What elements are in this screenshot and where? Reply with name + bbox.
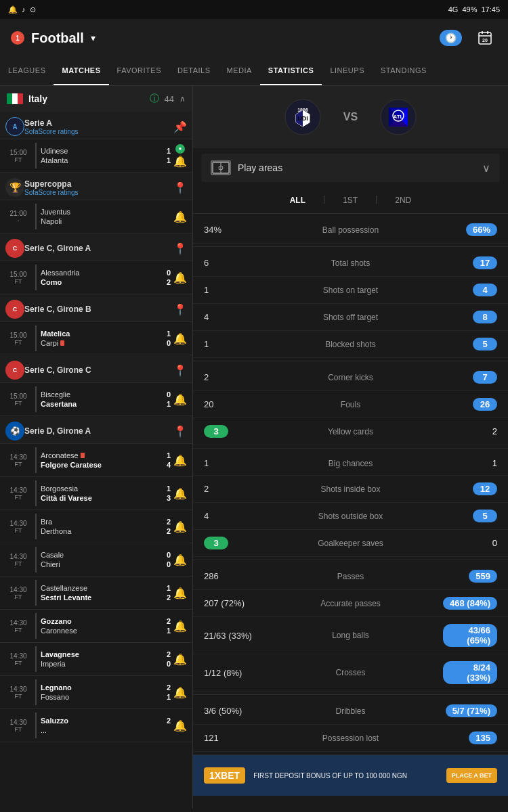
- match-teams: Casale 0 Chieri 0: [41, 550, 171, 569]
- bell-icon[interactable]: 🔔: [173, 332, 187, 345]
- table-row[interactable]: 14:30 FT Borgosesia 1 Città di Varese 3 …: [0, 477, 192, 510]
- stat-label: Shots outside box: [258, 512, 443, 521]
- table-row[interactable]: 14:30 FT Bra 2 Derthona 2 🔔: [0, 510, 192, 543]
- stat-label: Corner kicks: [258, 373, 443, 382]
- list-item: 3 Yellow cards 2: [193, 418, 508, 445]
- ad-cta[interactable]: PLACE A BET: [446, 768, 497, 783]
- list-item: 1 Blocked shots 5: [193, 331, 508, 358]
- match-team-1: Saluzzo 2: [41, 716, 171, 725]
- play-areas-row[interactable]: Play areas ∨: [201, 154, 500, 182]
- serie-c-c-info: Serie C, Girone C: [24, 365, 173, 375]
- bell-icon[interactable]: 🔔: [173, 686, 187, 699]
- stat-left-value: 1: [204, 285, 258, 295]
- match-time-col: 14:30 FT: [5, 487, 31, 501]
- table-row[interactable]: 14:30 FT Legnano 2 Fossano 1 🔔: [0, 676, 192, 709]
- bell-icon[interactable]: 🔔: [173, 210, 187, 223]
- table-row[interactable]: 15:00 FT Alessandria 0 Como 2 🔔: [0, 261, 192, 294]
- unpin-icon-3[interactable]: 📍: [173, 303, 187, 316]
- stat-badge: 8: [473, 311, 497, 323]
- chevron-down-icon[interactable]: ∨: [482, 162, 490, 175]
- unpin-icon[interactable]: 📍: [173, 181, 187, 194]
- tab-lineups[interactable]: LINEUPS: [322, 57, 373, 85]
- bell-icon[interactable]: 🔔: [173, 487, 187, 500]
- match-team-2: ...: [41, 725, 171, 735]
- match-divider: [35, 480, 37, 506]
- team-name: Imperia: [41, 660, 66, 668]
- table-row[interactable]: 15:00 FT Matelica 1 Carpi 0 🔔: [0, 322, 192, 355]
- table-row[interactable]: 15:00 FT Udinese 1 Atalanta 1 ● 🔔: [0, 139, 192, 173]
- match-divider: [35, 514, 37, 539]
- table-row[interactable]: 14:30 FT Castellanzese 1 Sestri Levante …: [0, 577, 192, 610]
- unpin-icon-2[interactable]: 📍: [173, 242, 187, 255]
- match-time-col: 14:30 FT: [5, 685, 31, 700]
- bell-icon[interactable]: 🔔: [173, 587, 187, 600]
- period-tab-2nd[interactable]: 2ND: [391, 194, 415, 206]
- bell-icon[interactable]: 🔔: [173, 620, 187, 633]
- team-name: Bra: [41, 518, 52, 526]
- bell-icon[interactable]: 🔔: [173, 520, 187, 533]
- table-row[interactable]: 14:30 FT Saluzzo 2 ... 🔔: [0, 709, 192, 742]
- bell-icon[interactable]: 🔔: [173, 393, 187, 406]
- red-card-icon: [60, 340, 64, 346]
- country-chevron[interactable]: ∧: [179, 94, 186, 104]
- notification-badge[interactable]: 1: [11, 31, 24, 45]
- list-item: 3 Goalkeeper saves 0: [193, 530, 508, 557]
- match-actions: 🔔: [173, 686, 187, 699]
- table-row[interactable]: 14:30 FT Arconatese 1 Folgore Caratese 4…: [0, 444, 192, 477]
- stat-badge: 5: [473, 338, 497, 351]
- bell-icon[interactable]: 🔔: [173, 155, 187, 168]
- calendar-icon[interactable]: 20: [473, 26, 497, 50]
- match-team-1: Alessandria 0: [41, 268, 171, 277]
- stat-value: 1/12 (8%): [204, 668, 242, 678]
- match-team-2: Sestri Levante 2: [41, 593, 171, 602]
- matches-column: Italy ⓘ 44 ∧ A Serie A SofaScore ratings…: [0, 86, 193, 809]
- match-team-2: Chieri 0: [41, 560, 171, 569]
- match-time: 14:30: [5, 553, 31, 560]
- field-icon: [211, 160, 231, 175]
- match-team-2: Como 2: [41, 277, 171, 287]
- team-name: Legnano: [41, 683, 72, 692]
- match-team-2: Caronnese 1: [41, 626, 171, 635]
- tab-matches[interactable]: MATCHES: [54, 57, 108, 85]
- bell-icon[interactable]: 🔔: [173, 554, 187, 566]
- dropdown-arrow[interactable]: ▾: [91, 32, 96, 43]
- tab-statistics[interactable]: STATISTICS: [260, 57, 322, 85]
- period-tab-1st[interactable]: 1ST: [339, 194, 362, 206]
- tab-favorites[interactable]: FAVORITES: [109, 57, 169, 85]
- vs-text: VS: [343, 111, 358, 123]
- clock-icon[interactable]: 🕐: [440, 30, 462, 46]
- match-teams: Matelica 1 Carpi 0: [41, 329, 171, 348]
- team-score: 1: [164, 451, 171, 459]
- match-time: 14:30: [5, 586, 31, 593]
- match-teams: Bisceglie 0 Casertana 1: [41, 390, 171, 409]
- stat-badge: 66%: [466, 223, 497, 236]
- table-row[interactable]: 15:00 FT Bisceglie 0 Casertana 1 🔔: [0, 383, 192, 416]
- bell-icon[interactable]: 🔔: [173, 454, 187, 467]
- tab-details[interactable]: DETAILS: [169, 57, 219, 85]
- unpin-icon-5[interactable]: 📍: [173, 425, 187, 438]
- tab-media[interactable]: MEDIA: [219, 57, 260, 85]
- table-row[interactable]: 14:30 FT Gozzano 2 Caronnese 1 🔔: [0, 610, 192, 643]
- stat-left-value: 1/12 (8%): [204, 668, 258, 678]
- team-name: Città di Varese: [41, 494, 92, 502]
- team-score: 1: [164, 330, 171, 338]
- team-name: ...: [41, 726, 47, 734]
- team-name: Como: [41, 278, 62, 286]
- bell-icon[interactable]: 🔔: [173, 653, 187, 666]
- tab-leagues[interactable]: LEAGUES: [0, 57, 54, 85]
- unpin-icon-4[interactable]: 📍: [173, 364, 187, 377]
- period-tab-all[interactable]: ALL: [286, 194, 310, 206]
- stat-left-value: 2: [204, 484, 258, 494]
- table-row[interactable]: 14:30 FT Casale 0 Chieri 0 🔔: [0, 543, 192, 577]
- tab-standings[interactable]: STANDINGS: [373, 57, 435, 85]
- stat-label: Passes: [258, 572, 443, 581]
- stat-right-value: 135: [443, 731, 497, 744]
- table-row[interactable]: 14:30 FT Lavagnese 2 Imperia 0 🔔: [0, 643, 192, 676]
- pin-icon[interactable]: 📌: [173, 120, 187, 133]
- match-teams: Arconatese 1 Folgore Caratese 4: [41, 451, 171, 470]
- bell-icon[interactable]: 🔔: [173, 719, 187, 732]
- match-divider: [35, 646, 37, 672]
- table-row[interactable]: 21:00 - Juventus Napoli 🔔: [0, 200, 192, 233]
- country-name: Italy: [28, 93, 142, 104]
- bell-icon[interactable]: 🔔: [173, 271, 187, 284]
